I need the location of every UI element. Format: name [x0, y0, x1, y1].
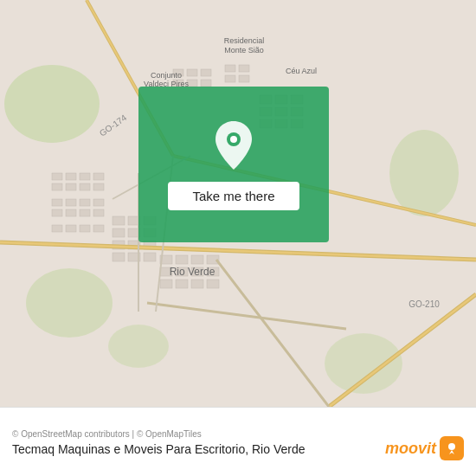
- svg-rect-20: [80, 209, 90, 216]
- svg-point-2: [389, 130, 459, 216]
- svg-rect-46: [160, 280, 172, 288]
- svg-rect-7: [66, 173, 76, 180]
- svg-rect-61: [201, 69, 211, 76]
- svg-rect-10: [80, 173, 90, 180]
- bottom-bar: © OpenStreetMap contributors | © OpenMap…: [0, 407, 476, 476]
- take-me-there-button[interactable]: Take me there: [168, 182, 299, 210]
- svg-rect-40: [191, 255, 203, 264]
- svg-rect-60: [187, 69, 197, 76]
- svg-point-5: [108, 325, 169, 368]
- svg-rect-21: [93, 209, 104, 216]
- map-container: Residencial Monte Sião Conjunto Valdeci …: [0, 0, 476, 407]
- svg-rect-23: [66, 225, 76, 232]
- svg-rect-67: [225, 75, 235, 82]
- svg-rect-24: [80, 225, 90, 232]
- svg-rect-6: [52, 173, 62, 180]
- svg-rect-11: [80, 183, 90, 190]
- svg-text:Conjunto: Conjunto: [151, 71, 182, 80]
- svg-text:Monte Sião: Monte Sião: [224, 46, 264, 55]
- svg-rect-19: [66, 209, 76, 216]
- moovit-icon: [440, 436, 464, 460]
- svg-rect-16: [80, 199, 90, 206]
- svg-rect-26: [113, 216, 125, 225]
- svg-text:Residencial: Residencial: [224, 36, 265, 45]
- svg-text:Rio Verde: Rio Verde: [170, 266, 215, 278]
- svg-point-4: [325, 333, 402, 394]
- moovit-logo: moovit: [385, 436, 464, 460]
- svg-rect-68: [239, 75, 249, 82]
- svg-rect-17: [93, 199, 104, 206]
- svg-rect-15: [66, 199, 76, 206]
- svg-rect-25: [93, 225, 104, 232]
- location-pin-icon: [212, 119, 255, 171]
- svg-rect-22: [52, 225, 62, 232]
- svg-rect-64: [201, 80, 211, 87]
- svg-rect-48: [191, 280, 203, 288]
- svg-rect-47: [176, 280, 188, 288]
- svg-rect-35: [113, 253, 125, 261]
- svg-point-92: [448, 443, 455, 450]
- svg-rect-29: [113, 228, 125, 237]
- svg-point-91: [230, 136, 237, 143]
- svg-rect-65: [225, 65, 235, 72]
- svg-rect-18: [52, 209, 62, 216]
- svg-point-3: [26, 268, 113, 338]
- svg-rect-49: [207, 280, 219, 288]
- svg-rect-14: [52, 199, 62, 206]
- location-overlay: Take me there: [138, 87, 329, 242]
- svg-text:Céu Azul: Céu Azul: [286, 67, 317, 75]
- svg-rect-39: [176, 255, 188, 264]
- svg-rect-37: [144, 253, 156, 261]
- svg-point-1: [4, 65, 100, 143]
- svg-rect-12: [93, 173, 104, 180]
- svg-rect-66: [239, 65, 249, 72]
- svg-rect-9: [66, 183, 76, 190]
- svg-rect-13: [93, 183, 104, 190]
- moovit-brand-text: moovit: [385, 440, 436, 458]
- svg-rect-8: [52, 183, 62, 190]
- svg-text:GO-210: GO-210: [408, 299, 440, 309]
